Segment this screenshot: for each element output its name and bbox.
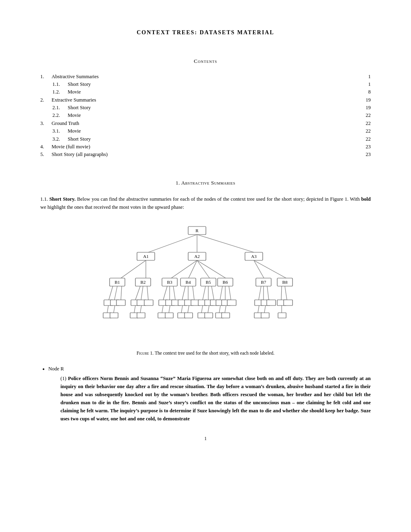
toc-row: 2.Extractive Summaries19: [40, 96, 371, 104]
svg-line-72: [188, 305, 189, 313]
svg-text:B7: B7: [261, 280, 266, 285]
toc-label: Short Story (all paragraphs): [52, 152, 108, 157]
svg-text:B6: B6: [223, 280, 228, 285]
svg-rect-104: [261, 313, 269, 318]
toc-page: 1: [366, 73, 371, 81]
section1-heading: 1. Abstractive Summaries: [40, 179, 371, 187]
toc-num: 5.: [40, 151, 52, 158]
toc-label: Abstractive Summaries: [52, 74, 99, 79]
tree-diagram-container: .node-box { fill: white; stroke: #555; s…: [40, 223, 371, 344]
toc-page: 19: [366, 96, 371, 104]
figure-caption-label: Figure 1.: [137, 351, 154, 355]
subsection-label: 1.1.: [40, 196, 49, 202]
svg-line-75: [203, 286, 206, 300]
toc-label: Ground Truth: [52, 121, 79, 126]
bold-word: bold: [361, 196, 371, 202]
toc-num: 1.: [40, 73, 52, 81]
toc-row: 5.Short Story (all paragraphs)23: [40, 151, 371, 158]
toc-row: 3.1.Movie22: [40, 127, 371, 135]
svg-line-41: [107, 305, 108, 313]
toc-num: 1.2.: [52, 88, 68, 96]
svg-line-11: [121, 260, 146, 278]
bullet-item-1-text-bold: Police officers Norm Bennis and Susanna …: [60, 376, 371, 422]
context-tree-svg: .node-box { fill: white; stroke: #555; s…: [89, 223, 322, 344]
svg-rect-110: [278, 313, 286, 318]
toc-label: Movie: [68, 89, 81, 95]
toc-label: Short Story: [68, 105, 91, 110]
svg-line-92: [225, 305, 226, 313]
toc-page: 8: [366, 88, 371, 96]
svg-line-15: [197, 260, 210, 278]
svg-line-71: [181, 305, 183, 313]
svg-line-65: [182, 286, 185, 300]
bullet-item-1: (1) Police officers Norm Bennis and Susa…: [60, 374, 371, 423]
svg-rect-54: [137, 313, 145, 318]
svg-rect-40: [116, 300, 125, 305]
toc-page: 23: [366, 143, 371, 151]
svg-rect-74: [185, 313, 193, 318]
bullet-item-1-num: (1): [60, 376, 66, 381]
toc-page: 22: [366, 112, 371, 119]
toc-num: 3.2.: [52, 135, 68, 143]
toc-label: Extractive Summaries: [52, 97, 96, 103]
toc-num: 3.1.: [52, 127, 68, 135]
toc-num: 3.: [40, 120, 52, 127]
svg-text:A1: A1: [143, 254, 148, 259]
toc-num: 2.1.: [52, 104, 68, 112]
toc-row: 4.Movie (full movie)23: [40, 143, 371, 151]
toc-page: 23: [366, 151, 371, 158]
svg-text:R: R: [195, 228, 199, 233]
svg-line-45: [135, 286, 140, 300]
svg-rect-94: [222, 313, 230, 318]
svg-line-77: [212, 286, 214, 300]
svg-line-87: [229, 286, 231, 300]
toc-row: 2.1.Short Story19: [40, 104, 371, 112]
toc-label: Movie: [68, 112, 81, 118]
svg-rect-108: [284, 300, 293, 305]
svg-line-101: [258, 305, 259, 313]
svg-text:B4: B4: [186, 280, 191, 285]
contents-heading: Contents: [40, 57, 371, 66]
table-of-contents: 1.Abstractive Summaries11.1.Short Story1…: [40, 73, 371, 159]
svg-line-57: [173, 286, 175, 300]
svg-rect-63: [158, 313, 166, 318]
svg-line-85: [220, 286, 222, 300]
svg-line-62: [169, 305, 170, 313]
toc-num: 2.: [40, 96, 52, 104]
toc-label: Short Story: [68, 81, 91, 87]
toc-page: 22: [366, 135, 371, 143]
svg-line-55: [163, 286, 167, 300]
toc-page: 1: [366, 81, 371, 88]
node-r-label: Node R: [48, 365, 371, 373]
toc-label: Movie (full movie): [52, 144, 90, 150]
svg-line-2: [148, 235, 197, 252]
toc-row: 1.Abstractive Summaries1: [40, 73, 371, 81]
svg-line-37: [121, 286, 122, 300]
svg-text:B2: B2: [141, 280, 146, 285]
svg-line-16: [197, 260, 226, 278]
toc-num: 1.1.: [52, 81, 68, 88]
bullet-section: Node R (1) Police officers Norm Bennis a…: [40, 365, 371, 423]
svg-line-36: [114, 286, 117, 300]
toc-label: Movie: [68, 128, 81, 134]
svg-text:B5: B5: [206, 280, 211, 285]
svg-line-42: [114, 305, 115, 313]
toc-page: 19: [366, 104, 371, 112]
figure-caption-text: The context tree used for the short stor…: [155, 351, 274, 355]
svg-text:B8: B8: [282, 280, 288, 285]
svg-line-46: [141, 286, 143, 300]
svg-line-97: [267, 286, 269, 300]
section-1-1-text: 1.1. Short Story. Below you can find the…: [40, 195, 371, 211]
svg-line-102: [264, 305, 266, 313]
toc-page: 22: [366, 127, 371, 135]
page-title: Context Trees: Datasets Material: [40, 28, 371, 37]
toc-row: 3.2.Short Story22: [40, 135, 371, 143]
svg-line-82: [208, 305, 209, 313]
toc-num: 4.: [40, 143, 52, 151]
svg-text:A3: A3: [251, 254, 257, 259]
figure-caption: Figure 1. The context tree used for the …: [40, 350, 371, 357]
svg-rect-50: [144, 300, 153, 305]
body-text-after-bold: we highlight the ones that received the …: [40, 204, 184, 210]
toc-num: 2.2.: [52, 112, 68, 119]
svg-rect-90: [227, 300, 236, 305]
